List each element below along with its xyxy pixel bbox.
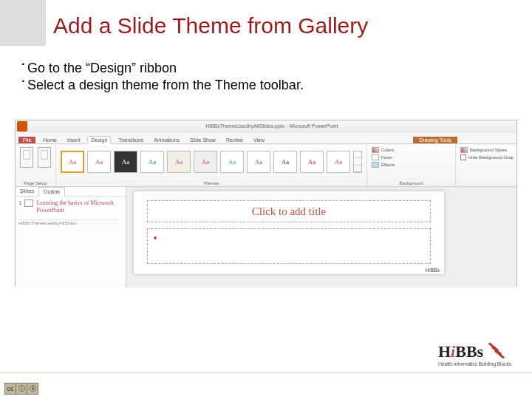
tab-review[interactable]: Review xyxy=(223,137,246,143)
theme-thumbnail[interactable]: Aa xyxy=(273,151,297,173)
logo-tagline: Health Informatics Building Blocks xyxy=(438,361,511,366)
slide-number: 1 xyxy=(18,200,21,214)
slide-orientation-button[interactable] xyxy=(38,147,51,168)
outline-separator: HiBBsThemeUsedbyAllSlides xyxy=(18,219,118,228)
window-titlebar: HiBBsThemeUsedbyAllSlides.pptx - Microso… xyxy=(16,120,516,132)
bullet-list: ་ Go to the “Design” ribbon ་ Select a d… xyxy=(18,61,517,95)
logo-stairs-icon xyxy=(486,344,508,359)
page-setup-button[interactable] xyxy=(20,147,33,168)
bullet-item: ་ Select a design theme from the Theme t… xyxy=(18,78,517,93)
effects-button[interactable]: Effects xyxy=(372,162,451,168)
nav-tab-slides[interactable]: Slides xyxy=(16,187,38,196)
checkbox-icon xyxy=(460,154,466,160)
nav-tab-outline[interactable]: Outline xyxy=(38,187,65,197)
bottom-bar: cc ⓘ ⓢ xyxy=(0,372,532,399)
cc-license-badges: cc ⓘ ⓢ xyxy=(4,383,38,395)
title-placeholder[interactable]: Click to add title xyxy=(147,200,431,222)
ribbon-group-page-setup: Page Setup xyxy=(16,144,56,186)
bullet-marker: ་ xyxy=(18,78,24,93)
hibbs-logo: HiBBs Health Informatics Building Blocks xyxy=(438,342,511,366)
powerpoint-icon xyxy=(17,121,27,132)
tab-slideshow[interactable]: Slide Show xyxy=(187,137,219,143)
tab-drawing-tools[interactable]: Drawing Tools xyxy=(413,137,457,143)
bullet-item: ་ Go to the “Design” ribbon xyxy=(18,61,517,76)
ribbon-group-label: Page Setup xyxy=(20,181,51,185)
tab-design[interactable]: Design xyxy=(87,136,111,144)
slide-footer-logo: HiBBs xyxy=(426,267,440,273)
bullet-marker: ་ xyxy=(18,61,24,76)
colors-icon xyxy=(372,147,379,153)
cc-badge: cc xyxy=(4,383,16,395)
ribbon-group-label: Themes xyxy=(61,181,362,185)
slide-canvas: Click to add title HiBBs xyxy=(134,191,444,274)
slide-icon xyxy=(24,200,33,207)
ribbon-tabbar: File Home Insert Design Transitions Anim… xyxy=(16,132,516,144)
outline-item[interactable]: 1 Learning the basics of Microsoft Power… xyxy=(16,197,126,216)
themes-gallery: Aa Aa Aa Aa Aa Aa Aa Aa Aa Aa Aa xyxy=(61,147,362,177)
theme-thumbnail[interactable]: Aa xyxy=(87,151,111,173)
theme-thumbnail[interactable]: Aa xyxy=(327,151,350,173)
bullet-text: Select a design theme from the Theme too… xyxy=(27,78,304,93)
tab-animations[interactable]: Animations xyxy=(151,137,183,143)
editor-body: Slides Outline 1 Learning the basics of … xyxy=(16,187,516,287)
tab-insert[interactable]: Insert xyxy=(64,137,83,143)
theme-thumbnail[interactable]: Aa xyxy=(300,151,324,173)
theme-thumbnail[interactable]: Aa xyxy=(247,151,270,173)
ribbon-group-background-2: Background Styles Hide Background Grap xyxy=(456,144,522,186)
colors-button[interactable]: Colors xyxy=(372,147,451,153)
fonts-icon xyxy=(372,154,379,160)
cc-badge: ⓢ xyxy=(27,383,38,395)
themes-more-button[interactable] xyxy=(353,151,362,173)
bullet-text: Go to the “Design” ribbon xyxy=(27,61,177,76)
ribbon: Page Setup Aa Aa Aa Aa Aa Aa Aa Aa Aa Aa… xyxy=(16,144,516,187)
page-title: Add a Slide Theme from Gallery xyxy=(53,13,517,38)
slide-nav-panel: Slides Outline 1 Learning the basics of … xyxy=(16,187,126,287)
theme-thumbnail[interactable]: Aa xyxy=(114,151,137,173)
tab-file[interactable]: File xyxy=(18,137,35,143)
logo-text: HiBBs xyxy=(438,342,483,361)
powerpoint-screenshot: HiBBsThemeUsedbyAllSlides.pptx - Microso… xyxy=(15,120,517,287)
theme-thumbnail[interactable]: Aa xyxy=(61,151,84,173)
hide-bg-checkbox[interactable]: Hide Background Grap xyxy=(460,154,518,160)
nav-tabs: Slides Outline xyxy=(16,187,126,197)
bullet-icon xyxy=(154,236,157,239)
ribbon-group-label: Background xyxy=(372,181,451,185)
tab-view[interactable]: View xyxy=(250,137,267,143)
decorative-corner xyxy=(0,0,46,46)
ribbon-group-themes: Aa Aa Aa Aa Aa Aa Aa Aa Aa Aa Aa Themes xyxy=(56,144,367,186)
bg-styles-button[interactable]: Background Styles xyxy=(460,147,518,153)
theme-thumbnail[interactable]: Aa xyxy=(140,151,164,173)
window-title: HiBBsThemeUsedbyAllSlides.pptx - Microso… xyxy=(27,123,516,129)
effects-icon xyxy=(372,162,379,168)
theme-thumbnail[interactable]: Aa xyxy=(194,151,217,173)
bg-styles-icon xyxy=(460,147,468,153)
ribbon-group-background: Colors Fonts Effects Background xyxy=(367,144,456,186)
tab-home[interactable]: Home xyxy=(40,137,60,143)
theme-thumbnail[interactable]: Aa xyxy=(220,151,244,173)
tab-transitions[interactable]: Transitions xyxy=(115,137,146,143)
fonts-button[interactable]: Fonts xyxy=(372,154,451,160)
theme-thumbnail[interactable]: Aa xyxy=(167,151,191,173)
cc-badge: ⓘ xyxy=(16,383,27,395)
content-placeholder[interactable] xyxy=(147,228,431,264)
outline-title: Learning the basics of Microsoft PowerPo… xyxy=(36,200,117,214)
